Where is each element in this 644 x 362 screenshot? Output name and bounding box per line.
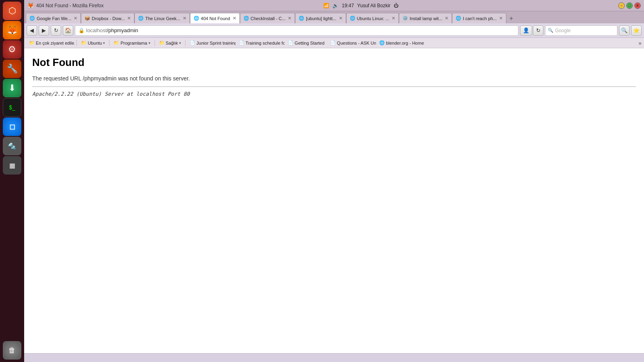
nav-action-buttons: 👤 ↻ <box>520 25 543 36</box>
tab-404[interactable]: 🌐 404 Not Found ✕ <box>190 13 240 23</box>
tab-google-fan[interactable]: 🌐 Google Fan We... ✕ <box>26 13 81 23</box>
tab-close-checkinstall[interactable]: ✕ <box>288 16 291 21</box>
tab-icon-google: 🌐 <box>29 16 35 21</box>
tab-close-linux[interactable]: ✕ <box>183 16 186 21</box>
status-bar <box>24 353 644 362</box>
titlebar: 🦊 404 Not Found - Mozilla Firefox 📶 🔊 19… <box>24 0 644 11</box>
tab-close-404[interactable]: ✕ <box>233 16 236 21</box>
tab-ubuntu[interactable]: 🌐 [ubuntu] lightt... ✕ <box>295 13 346 23</box>
sidebar-icon-tools[interactable]: 🔧 <box>3 60 21 78</box>
bookmark-label-junior: Junior Sprint training ... <box>196 41 235 45</box>
maximize-button[interactable]: □ <box>626 2 633 9</box>
bookmark-ask-unix[interactable]: 📄 Questions - ASK Unix... <box>328 40 376 46</box>
new-tab-button[interactable]: + <box>507 14 515 23</box>
bookmark-label-en-cok: En çok ziyaret edile... <box>36 41 75 45</box>
tab-close-ubuntu-linux[interactable]: ✕ <box>392 16 395 21</box>
navigation-bar: ◀ ▶ ↻ 🏠 🔒 localhost/phpmyadmin 👤 ↻ 🔍 Goo… <box>24 23 644 38</box>
bookmark-training-schedule[interactable]: 📄 Training schedule for ... <box>236 40 285 46</box>
search-button[interactable]: 🔍 <box>619 25 630 36</box>
tab-label-ubuntu-linux: Ubuntu Linux: ... <box>357 16 389 21</box>
tab-label-cant-reach: I can't reach ph... <box>463 16 497 21</box>
refresh-button[interactable]: ↻ <box>533 25 543 36</box>
tab-close-dropbox[interactable]: ✕ <box>127 16 131 21</box>
tab-ubuntu-linux[interactable]: 🌐 Ubuntu Linux: ... ✕ <box>346 13 399 23</box>
url-bar[interactable]: 🔒 localhost/phpmyadmin <box>75 25 518 36</box>
bookmark-junior-sprint[interactable]: 📄 Junior Sprint training ... <box>187 40 235 46</box>
tab-label-linux: The Linux Geek... <box>145 16 180 21</box>
star-button[interactable]: ⭐ <box>631 25 642 36</box>
tab-icon-404: 🌐 <box>194 16 199 21</box>
bookmark-sep-2 <box>109 40 109 46</box>
close-button[interactable]: ✕ <box>634 2 641 9</box>
tab-icon-cant-reach: 🌐 <box>456 16 461 21</box>
browser-window: 🦊 404 Not Found - Mozilla Firefox 📶 🔊 19… <box>24 0 644 362</box>
sidebar-icon-ubuntu[interactable]: ⬡ <box>3 2 21 20</box>
sidebar-icon-download[interactable]: ⬇ <box>3 79 21 97</box>
bookmark-label-training: Training schedule for ... <box>246 41 285 45</box>
bookmark-ubuntu[interactable]: 📁 Ubuntu ▾ <box>78 40 107 46</box>
bookmarks-overflow-button[interactable]: » <box>638 40 642 46</box>
tab-close-install-lamp[interactable]: ✕ <box>445 16 448 21</box>
sidebar-icon-dropbox[interactable]: ◻ <box>3 117 21 136</box>
tab-label-dropbox: Dropbox - Dow... <box>92 16 125 21</box>
bookmark-sep-4 <box>185 40 186 46</box>
page-heading: Not Found <box>32 56 636 69</box>
identity-button[interactable]: 👤 <box>520 25 532 36</box>
sidebar-icon-screenshot[interactable]: ▦ <box>3 156 21 175</box>
bookmark-icon-junior: 📄 <box>190 40 195 45</box>
tab-install-lamp[interactable]: ⚙️ Install lamp wit... ✕ <box>399 13 452 23</box>
home-button[interactable]: 🏠 <box>63 25 73 36</box>
tab-cant-reach[interactable]: 🌐 I can't reach ph... ✕ <box>452 13 506 23</box>
search-bar[interactable]: 🔍 Google <box>545 25 617 36</box>
sidebar-icon-terminal[interactable]: $_ <box>3 98 21 117</box>
sidebar-icon-sysconf[interactable]: 🔩 <box>3 137 21 155</box>
tab-icon-ubuntu-linux: 🌐 <box>350 16 355 21</box>
bookmark-label-ubuntu: Ubuntu <box>88 41 102 45</box>
tab-label-google: Google Fan We... <box>37 16 71 21</box>
bookmark-icon-blender: 🌐 <box>379 40 385 45</box>
tab-label-404: 404 Not Found <box>201 16 230 21</box>
reload-button[interactable]: ↻ <box>51 25 61 36</box>
tab-linux-geek[interactable]: 🌐 The Linux Geek... ✕ <box>134 13 190 23</box>
url-security-icon: 🔒 <box>78 28 85 33</box>
bookmark-sep-1 <box>76 40 77 46</box>
back-button[interactable]: ◀ <box>27 25 37 36</box>
bookmark-label-ask-unix: Questions - ASK Unix... <box>337 41 376 45</box>
bookmark-blender[interactable]: 🌐 blender.org - Home <box>377 40 425 46</box>
bookmark-getting-started[interactable]: 📄 Getting Started <box>285 40 327 46</box>
bookmarks-bar: 📁 En çok ziyaret edile... ▾ 📁 Ubuntu ▾ 📁… <box>24 38 644 48</box>
bookmark-programlama[interactable]: 📁 Programlama ▾ <box>111 40 153 46</box>
bookmark-icon-ubuntu: 📁 <box>81 40 87 45</box>
sidebar-icon-settings[interactable]: ⚙ <box>3 40 21 59</box>
tab-close-google[interactable]: ✕ <box>74 16 77 21</box>
bookmark-label-blender: blender.org - Home <box>386 41 424 45</box>
sidebar-icon-firefox[interactable]: 🦊 <box>3 21 21 39</box>
sidebar-icon-trash[interactable]: 🗑 <box>3 341 21 360</box>
clock: 19:47 <box>342 3 354 8</box>
bookmark-label-programlama: Programlama <box>120 41 147 45</box>
error-message: The requested URL /phpmyadmin was not fo… <box>32 75 636 82</box>
sidebar: ⬡ 🦊 ⚙ 🔧 ⬇ $_ ◻ 🔩 ▦ 🗑 <box>0 0 24 362</box>
tab-dropbox[interactable]: 📦 Dropbox - Dow... ✕ <box>81 13 134 23</box>
bookmark-arrow-ubuntu: ▾ <box>103 41 105 45</box>
tab-close-cant-reach[interactable]: ✕ <box>499 16 503 21</box>
tab-checkinstall[interactable]: 🌐 CheckInstall - C... ✕ <box>240 13 295 23</box>
bookmark-icon-training: 📄 <box>239 40 244 45</box>
window-controls: − □ ✕ <box>618 2 641 9</box>
tab-icon-linux: 🌐 <box>138 16 144 21</box>
bookmark-sep-3 <box>155 40 155 46</box>
tab-icon-install-lamp: ⚙️ <box>402 16 408 21</box>
page-content: Not Found The requested URL /phpmyadmin … <box>24 48 644 353</box>
forward-button[interactable]: ▶ <box>39 25 49 36</box>
tab-close-ubuntu[interactable]: ✕ <box>339 16 343 21</box>
minimize-button[interactable]: − <box>618 2 625 9</box>
bookmark-label-saglik: Sağlık <box>166 41 178 45</box>
bookmark-arrow-programlama: ▾ <box>149 41 151 45</box>
username: Yusuf Ali Bozkir <box>357 3 390 8</box>
tab-bar: 🌐 Google Fan We... ✕ 📦 Dropbox - Dow... … <box>24 11 644 23</box>
sys-icon-volume: 🔊 <box>332 3 339 8</box>
bookmark-saglik[interactable]: 📁 Sağlık ▾ <box>157 40 184 46</box>
window-title: 404 Not Found - Mozilla Firefox <box>36 3 103 8</box>
bookmark-en-cok[interactable]: 📁 En çok ziyaret edile... ▾ <box>27 40 75 46</box>
tab-label-ubuntu: [ubuntu] lightt... <box>306 16 336 21</box>
